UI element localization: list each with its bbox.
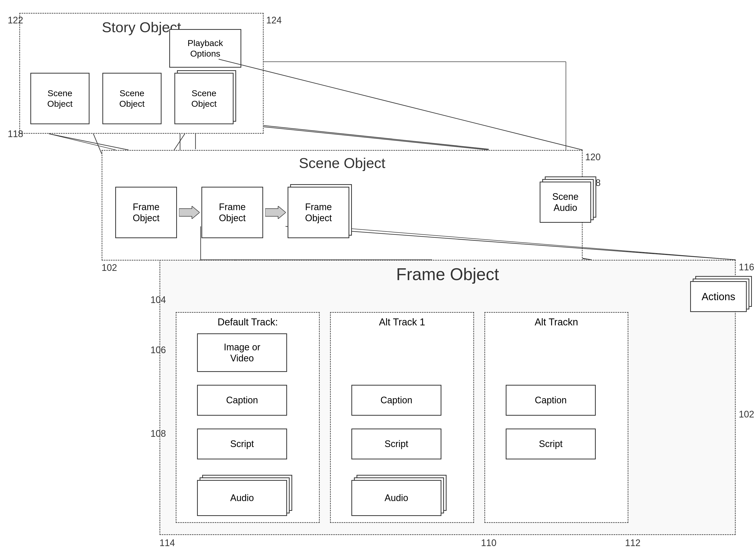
scene-object-2: Scene Object	[102, 73, 162, 124]
image-video-box: Image or Video	[197, 333, 287, 372]
alt-trackn-area: Alt Trackn Caption Script	[484, 312, 628, 523]
scene-object-section-box: Scene Object Frame Object Frame Object F…	[102, 150, 583, 261]
caption-altn-label: Caption	[535, 395, 567, 406]
caption-default-label: Caption	[226, 395, 258, 406]
svg-line-20	[49, 134, 116, 150]
label-116: 116	[739, 262, 754, 273]
svg-line-14	[218, 59, 583, 150]
svg-marker-10	[179, 206, 200, 219]
caption-alt1-box: Caption	[351, 385, 441, 416]
frame-object-1-label: Frame Object	[133, 201, 159, 224]
actions-label: Actions	[702, 290, 735, 303]
frame-object-2-label: Frame Object	[219, 201, 246, 224]
svg-line-12	[49, 134, 129, 150]
label-102-scene: 102	[102, 262, 117, 273]
svg-marker-11	[265, 206, 286, 219]
audio-alt1-front: Audio	[351, 480, 441, 516]
caption-alt1-label: Caption	[381, 395, 412, 406]
script-alt1-label: Script	[385, 438, 408, 449]
label-108: 108	[150, 428, 166, 439]
script-default-box: Script	[197, 428, 287, 459]
label-114: 114	[159, 538, 175, 548]
label-110: 110	[481, 538, 496, 548]
story-object-box: Story Object Playback Options Scene Obje…	[19, 13, 264, 134]
label-112: 112	[625, 538, 640, 548]
audio-alt1-label: Audio	[385, 492, 408, 504]
frame-object-1: Frame Object	[115, 187, 177, 238]
caption-altn-box: Caption	[506, 385, 596, 416]
scene-object-1-label: Scene Object	[47, 88, 72, 109]
default-track-area: Default Track: Image or Video Caption Sc…	[176, 312, 320, 523]
scene-object-3: Scene Object	[174, 73, 234, 124]
scene-object-section-title: Scene Object	[299, 155, 385, 171]
label-124: 124	[266, 15, 282, 26]
label-102-frame: 102	[739, 409, 754, 420]
scene-object-3-label: Scene Object	[191, 88, 216, 109]
arrow-2	[265, 206, 286, 219]
script-default-label: Script	[230, 438, 254, 449]
frame-object-section-title: Frame Object	[396, 264, 499, 284]
script-altn-box: Script	[506, 428, 596, 459]
alt-trackn-label: Alt Trackn	[535, 317, 578, 328]
scene-audio-label: Scene Audio	[552, 191, 579, 213]
actions-front: Actions	[690, 281, 747, 312]
frame-object-3: Frame Object	[288, 187, 349, 238]
caption-default-box: Caption	[197, 385, 287, 416]
playback-options-label: Playback Options	[187, 38, 223, 59]
label-122: 122	[8, 15, 23, 26]
scene-audio-front: Scene Audio	[540, 181, 591, 223]
diagram: Story Object Playback Options Scene Obje…	[0, 0, 756, 552]
playback-options-box: Playback Options	[169, 29, 241, 67]
alt-track1-area: Alt Track 1 Caption Script Audio	[330, 312, 474, 523]
label-104: 104	[150, 294, 166, 305]
arrow-1	[179, 206, 200, 219]
scene-object-2-label: Scene Object	[119, 88, 145, 109]
arrow-svg-1	[179, 206, 200, 219]
image-video-label: Image or Video	[224, 341, 260, 364]
frame-object-2: Frame Object	[201, 187, 263, 238]
label-118-top: 118	[8, 129, 23, 139]
script-altn-label: Script	[539, 438, 563, 449]
label-106: 106	[150, 345, 166, 356]
default-track-label: Default Track:	[217, 317, 278, 328]
script-alt1-box: Script	[351, 428, 441, 459]
frame-object-3-label: Frame Object	[305, 201, 332, 224]
arrow-svg-2	[265, 206, 286, 219]
scene-object-1: Scene Object	[30, 73, 90, 124]
frame-object-section-box: Frame Object Actions Default Track: Imag…	[159, 260, 736, 535]
audio-default-label: Audio	[230, 492, 254, 504]
label-120: 120	[585, 152, 601, 163]
alt-track1-label: Alt Track 1	[379, 317, 425, 328]
audio-default-front: Audio	[197, 480, 287, 516]
